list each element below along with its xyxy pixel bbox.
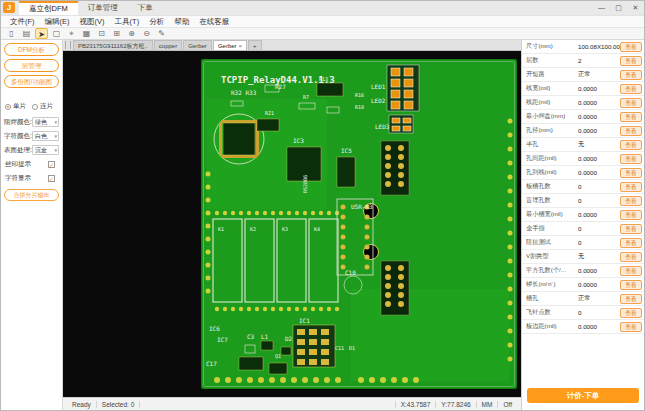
view-button[interactable]: 查看: [620, 322, 642, 332]
split-output-button[interactable]: 合拼分片输出: [4, 189, 59, 201]
document-tab[interactable]: +: [248, 40, 262, 50]
pcb-silkscreen-label: R18: [355, 104, 364, 110]
document-tab[interactable]: Gerber ×: [213, 40, 247, 50]
menu-item[interactable]: 分析: [144, 17, 169, 27]
gerber-canvas[interactable]: TCPIP_RelayD44.V1.1.3R32 R33R27R21R13R7L…: [63, 51, 521, 397]
property-value: 0.0000: [578, 267, 620, 274]
view-button[interactable]: 查看: [620, 42, 642, 52]
minimize-icon[interactable]: —: [593, 1, 610, 15]
pcb-silkscreen-label: C11: [335, 345, 344, 351]
maximize-icon[interactable]: ▢: [610, 1, 627, 15]
document-tabbar: PB23175G911162板方框.. copper Gerber: [63, 40, 521, 51]
fit-view-icon[interactable]: ⊡: [95, 28, 108, 39]
property-row: V割类型 无 查看: [522, 250, 644, 264]
radio-icon: [32, 104, 38, 110]
view-button[interactable]: 查看: [620, 182, 642, 192]
new-file-icon[interactable]: ▯: [5, 28, 18, 39]
menu-item[interactable]: 在线客服: [194, 17, 234, 27]
view-button[interactable]: 查看: [620, 294, 642, 304]
statusbar: ReadySelected: 0 X:43.7587Y:77.8246MMOff: [63, 397, 521, 410]
option-select[interactable]: 绿色: [32, 117, 59, 127]
pcb-silkscreen-label: RS2806: [302, 175, 308, 193]
menu-item[interactable]: 帮助: [169, 17, 194, 27]
view-button[interactable]: 查看: [620, 224, 642, 234]
property-label: 最小焊盘(mm): [526, 112, 578, 121]
view-button[interactable]: 查看: [620, 112, 642, 122]
tab-close-icon[interactable]: ×: [239, 41, 243, 51]
checkbox-icon[interactable]: ✓: [48, 175, 55, 182]
view-button[interactable]: 查看: [620, 126, 642, 136]
view-button[interactable]: 查看: [620, 196, 642, 206]
view-button[interactable]: 查看: [620, 238, 642, 248]
view-button[interactable]: 查看: [620, 252, 642, 262]
zoom-window-icon[interactable]: ⊞: [110, 28, 123, 39]
checkbox-icon[interactable]: ✓: [48, 161, 55, 168]
marquee-select-icon[interactable]: ▢: [50, 28, 63, 39]
attach-icon[interactable]: ✎: [155, 28, 168, 39]
pcb-silkscreen-label: LED2: [371, 97, 386, 104]
checkbox-row: 字符显示 ✓: [5, 174, 59, 183]
property-label: 阻抗测试: [526, 238, 578, 247]
view-button[interactable]: 查看: [620, 210, 642, 220]
pcb-silkscreen-label: LED3: [375, 123, 390, 130]
option-row: 阻焊颜色: 绿色: [4, 117, 59, 127]
view-button[interactable]: 查看: [620, 154, 642, 164]
close-icon[interactable]: ✕: [627, 1, 644, 15]
pcb-silkscreen-label: C17: [206, 360, 217, 367]
document-tab[interactable]: copper: [154, 40, 182, 50]
view-button[interactable]: 查看: [620, 280, 642, 290]
measure-icon[interactable]: ⌖: [65, 28, 78, 39]
property-label: 线距(mil): [526, 98, 578, 107]
property-value: 2: [578, 57, 620, 64]
view-button[interactable]: 查看: [620, 140, 642, 150]
zoom-in-icon[interactable]: ⊕: [125, 28, 138, 39]
property-row: 层数 2 查看: [522, 54, 644, 68]
view-button[interactable]: 查看: [620, 168, 642, 178]
status-segment: Y:77.8246: [435, 401, 475, 408]
sidebar-button[interactable]: DFM分析: [4, 43, 59, 56]
property-label: 线宽(mil): [526, 84, 578, 93]
property-label: 盲埋孔数: [526, 196, 578, 205]
property-value: 0.0000: [578, 99, 620, 106]
menu-item[interactable]: 工具(T): [110, 17, 145, 27]
menu-item[interactable]: 视图(V): [75, 17, 110, 27]
view-button[interactable]: 查看: [620, 70, 642, 80]
radio-option[interactable]: 单片: [5, 102, 26, 111]
sidebar-button[interactable]: 多份图/功能图: [4, 75, 59, 88]
menu-item[interactable]: 编辑(E): [40, 17, 75, 27]
print-icon[interactable]: ▤: [20, 28, 33, 39]
tab-scroll-handle[interactable]: [65, 41, 71, 49]
zoom-out-icon[interactable]: ⊖: [140, 28, 153, 39]
sidebar-button[interactable]: 层管理: [4, 59, 59, 72]
option-select[interactable]: 白色: [32, 131, 59, 141]
view-button[interactable]: 查看: [620, 56, 642, 66]
app-tabs: 嘉立创DFM订单管理下单: [19, 1, 163, 15]
app-tab[interactable]: 嘉立创DFM: [19, 1, 78, 15]
property-label: 槽孔: [526, 294, 578, 303]
status-segment: Off: [497, 401, 517, 408]
pcb-silkscreen-label: D1: [349, 345, 355, 351]
view-button[interactable]: 查看: [620, 84, 642, 94]
cursor-select-icon[interactable]: ➤: [35, 28, 48, 39]
menu-item[interactable]: 文件(F): [5, 17, 40, 27]
price-order-button[interactable]: 计价-下单: [527, 388, 639, 403]
property-value: 100.08X100.00: [578, 43, 620, 50]
app-tab[interactable]: 下单: [128, 1, 163, 15]
property-value: 正常: [578, 294, 620, 303]
grid-view-icon[interactable]: ▦: [80, 28, 93, 39]
property-row: 盲埋孔数 0 查看: [522, 194, 644, 208]
document-tab[interactable]: Gerber: [183, 40, 212, 50]
option-select[interactable]: 沉金: [32, 145, 59, 155]
document-tab[interactable]: PB23175G911162板方框..: [73, 40, 153, 50]
property-label: 孔径(mm): [526, 126, 578, 135]
property-value: 0: [578, 309, 620, 316]
view-button[interactable]: 查看: [620, 308, 642, 318]
radio-option[interactable]: 连片: [32, 102, 53, 111]
property-label: 尺寸(mm): [526, 42, 578, 51]
view-button[interactable]: 查看: [620, 98, 642, 108]
view-button[interactable]: 查看: [620, 266, 642, 276]
app-tab[interactable]: 订单管理: [78, 1, 128, 15]
property-value: 0.0000: [578, 155, 620, 162]
pcb-silkscreen-label: K3: [282, 226, 288, 232]
pcb-silkscreen-label: IC3: [293, 137, 304, 144]
